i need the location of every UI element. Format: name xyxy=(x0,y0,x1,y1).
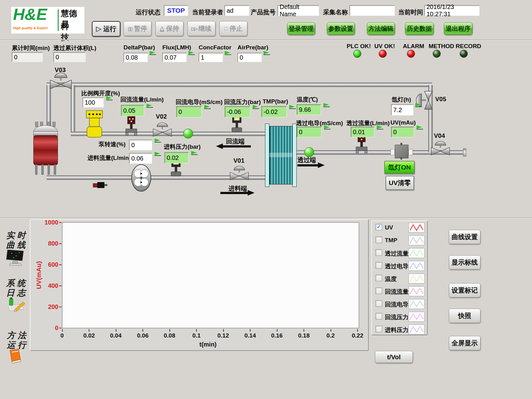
feed-pressure-value: 0.02 xyxy=(165,152,189,163)
permeate-flow-value: 0.01 xyxy=(351,127,374,137)
x-tick: 0.14 xyxy=(241,332,260,339)
pause-button[interactable]: ▯▯ 暂停 xyxy=(124,21,151,36)
deltap-value[interactable]: 0.08 xyxy=(124,53,148,62)
history-data-button[interactable]: 历史数据 xyxy=(405,22,434,35)
sidebar-item-system-log[interactable]: 系统日志 xyxy=(6,278,29,297)
legend-label-permeate-flow: 透过流量 xyxy=(385,250,408,258)
legend-label-uv: UV xyxy=(385,224,393,231)
legend-checkbox-reflux-cond[interactable] xyxy=(376,300,382,307)
filter-module xyxy=(265,124,297,187)
current-user-input[interactable]: ad xyxy=(224,5,249,16)
x-tick: 0.06 xyxy=(133,332,152,339)
logbook-pencil-icon[interactable] xyxy=(6,297,26,314)
feed-flow-label: 进料流量(L/min) xyxy=(88,154,131,162)
batch-input[interactable]: Default Name xyxy=(277,5,319,16)
method-book-icon[interactable] xyxy=(8,348,23,365)
time-label: 当前时间 xyxy=(398,8,423,16)
permeate-arrow-head xyxy=(318,162,325,168)
section-divider xyxy=(0,217,532,218)
alarm-label: ALARM xyxy=(403,43,424,50)
hold-button[interactable]: △ 保持 xyxy=(156,21,183,36)
feed-tank xyxy=(32,122,59,178)
legend-checkbox-permeate-cond[interactable] xyxy=(376,262,382,269)
reflux-flow-value: 0.05 xyxy=(121,105,144,116)
alarm-led xyxy=(407,50,415,58)
reflux-flow-label: 回流流量(L/min) xyxy=(120,96,164,104)
legend-checkbox-feed-pressure[interactable] xyxy=(376,326,382,332)
pipe-end-flange xyxy=(463,148,466,156)
legend-label-tmp: TMP xyxy=(385,237,397,244)
valve-v02[interactable] xyxy=(152,120,173,138)
exit-button[interactable]: 退出程序 xyxy=(444,22,472,35)
legend-checkbox-uv[interactable] xyxy=(376,224,382,230)
legend-swatch-feed-pressure[interactable] xyxy=(408,324,425,334)
legend-label-reflux-flow: 回流流量 xyxy=(385,288,408,296)
curve-settings-button[interactable]: 曲线设置 xyxy=(449,230,480,244)
sidebar-item-method-run[interactable]: 方法运行 xyxy=(7,330,29,350)
legend-swatch-uv[interactable] xyxy=(408,223,425,233)
valve-v01[interactable] xyxy=(229,163,250,182)
permeate-volume-value: 0 xyxy=(53,52,86,62)
show-cursor-button[interactable]: 显示标线 xyxy=(449,255,480,270)
login-manage-button[interactable]: 登录管理 xyxy=(287,22,315,35)
set-flag-icon xyxy=(253,105,258,108)
x-tick: 0.16 xyxy=(267,332,286,339)
set-flag-icon xyxy=(225,51,230,54)
method-label: METHOD xyxy=(429,43,454,50)
legend-swatch-permeate-flow[interactable] xyxy=(408,248,425,258)
reflux-pressure-value: -0.06 xyxy=(225,106,250,117)
concfactor-value[interactable]: 1 xyxy=(199,53,223,62)
legend-checkbox-reflux-flow[interactable] xyxy=(376,288,382,294)
x-tick: 0.1 xyxy=(187,332,206,339)
sidebar-item-realtime-curve[interactable]: 实时曲线 xyxy=(6,230,29,250)
pump-speed-value[interactable]: 0 xyxy=(129,140,152,150)
set-flag-icon xyxy=(377,125,382,129)
feed-port-label: 进料端 xyxy=(228,184,247,193)
temperature-value: 9.66 xyxy=(297,104,321,115)
method-edit-button[interactable]: 方法编辑 xyxy=(367,22,395,35)
feed-pump[interactable] xyxy=(131,164,151,193)
legend-swatch-temperature[interactable] xyxy=(408,274,425,283)
stop-button[interactable]: □ 停止 xyxy=(219,21,247,36)
feed-flow-value[interactable]: 0.06 xyxy=(129,153,152,164)
legend-checkbox-reflux-pressure[interactable] xyxy=(376,313,382,320)
feed-pressure-label: 进料压力(bar) xyxy=(164,143,201,151)
valve-v04[interactable] xyxy=(430,138,451,157)
valve-v05[interactable] xyxy=(415,91,434,111)
temperature-label: 温度(℃) xyxy=(297,96,318,104)
set-marker-button[interactable]: 设置标记 xyxy=(449,283,480,297)
valve-v03[interactable] xyxy=(49,70,73,91)
record-led xyxy=(460,50,468,58)
collect-name-input[interactable] xyxy=(349,5,395,16)
set-flag-icon xyxy=(415,103,421,107)
monitor-icon[interactable] xyxy=(6,249,25,268)
param-settings-button[interactable]: 参数设置 xyxy=(327,22,355,35)
legend-swatch-tmp[interactable] xyxy=(408,235,425,245)
proportional-valve[interactable] xyxy=(86,110,103,140)
set-flag-icon xyxy=(191,151,197,154)
xenon-hours-value[interactable]: 7.2 xyxy=(391,104,413,116)
legend-checkbox-temperature[interactable] xyxy=(376,275,382,281)
current-user-label: 当前登录者 xyxy=(192,8,223,16)
reflux-arrow xyxy=(222,145,251,147)
legend-checkbox-permeate-flow[interactable] xyxy=(376,249,382,256)
legend-checkbox-tmp[interactable] xyxy=(376,237,382,243)
legend-swatch-permeate-cond[interactable] xyxy=(408,261,425,271)
legend-label-reflux-pressure: 回流压力 xyxy=(385,313,408,321)
legend-swatch-reflux-pressure[interactable] xyxy=(408,312,425,322)
set-flag-icon xyxy=(147,104,152,107)
permeate-volume-label: 透过累计体积(L) xyxy=(53,44,96,52)
prop-valve-open-value[interactable]: 100 xyxy=(83,97,104,107)
snapshot-button[interactable]: 快照 xyxy=(449,309,480,323)
resume-button[interactable]: ▷▷ 继续 xyxy=(187,21,215,36)
uv-zero-button[interactable]: UV清零 xyxy=(385,176,414,190)
legend-swatch-reflux-flow[interactable] xyxy=(408,286,425,296)
fullscreen-button[interactable]: 全屏显示 xyxy=(449,336,480,350)
t-vol-toggle-button[interactable]: t/Vol xyxy=(375,351,413,363)
legend-swatch-reflux-cond[interactable] xyxy=(408,299,425,309)
xenon-lamp-button[interactable]: 氙灯ON xyxy=(384,161,415,174)
airpre-value[interactable]: 0 xyxy=(237,53,262,62)
reflux-cond-value: 0 xyxy=(176,106,202,117)
run-button[interactable]: ▷ 运行 xyxy=(92,21,120,37)
flux-value[interactable]: 0.07 xyxy=(162,53,187,62)
